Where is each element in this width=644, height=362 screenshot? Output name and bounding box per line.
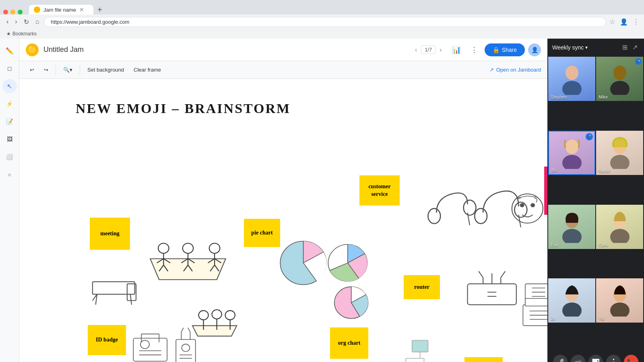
svg-point-132	[562, 155, 582, 169]
participant-bri: Bri 🎤	[548, 131, 595, 175]
image-tool[interactable]: 🖼	[2, 132, 17, 146]
camera-button[interactable]: 📹	[571, 355, 585, 362]
present-button[interactable]: 📊	[588, 355, 603, 362]
call-controls: 🎤 📹 📊 ⋮ 📞	[547, 352, 644, 362]
call-popout-button[interactable]: ↗	[631, 42, 639, 53]
undo-button[interactable]: ↩	[26, 64, 38, 75]
svg-rect-126	[525, 298, 547, 306]
svg-point-72	[140, 340, 149, 349]
participant-sarah: Sarah	[596, 131, 643, 175]
svg-point-22	[225, 311, 235, 320]
svg-marker-19	[192, 326, 237, 336]
right-panel: Weekly sync ▾ ⊞ ↗ Stephen	[547, 39, 644, 362]
frame-nav: ‹ 1/7 ›	[413, 45, 444, 55]
svg-point-39	[531, 204, 535, 207]
svg-point-1	[158, 243, 169, 253]
tab-close-icon[interactable]: ✕	[79, 6, 84, 13]
svg-point-138	[610, 229, 630, 243]
sticky-note-sticky-note[interactable]: sticky note	[464, 357, 503, 362]
app-container: ✏️ ◻ ↖ ⚡ 📝 🖼 ⬜ ○ 🟡 Untitled Jam ‹ 1/7 › …	[0, 39, 644, 362]
extensions-icon[interactable]: ⋮	[633, 18, 639, 26]
svg-rect-69	[133, 338, 167, 361]
mic-button[interactable]: 🎤	[553, 355, 568, 362]
participant-mike: Mike 🎤	[596, 57, 643, 101]
svg-line-36	[518, 215, 521, 227]
participant-cara-name: Cara	[599, 243, 608, 247]
bookmark-star-icon[interactable]: ☆	[609, 18, 615, 26]
forward-button[interactable]: ›	[13, 16, 19, 27]
svg-line-6	[163, 259, 170, 263]
close-btn[interactable]	[3, 10, 8, 14]
share-button[interactable]: 🔒 Share	[485, 43, 525, 56]
sticky-tool[interactable]: 📝	[2, 114, 17, 129]
reload-button[interactable]: ↻	[22, 16, 31, 27]
bookmarks-label: Bookmarks	[12, 31, 37, 37]
canvas-area[interactable]: NEW EMOJI – BRAINSTORM meeting pie chart…	[19, 79, 547, 362]
participant-jo: Jo	[548, 278, 595, 323]
svg-line-18	[215, 259, 221, 263]
svg-rect-55	[468, 284, 516, 305]
tab-favicon	[34, 6, 40, 13]
chevron-down-icon: ▾	[585, 45, 588, 50]
back-button[interactable]: ‹	[5, 16, 10, 27]
address-bar[interactable]	[44, 17, 606, 27]
prev-frame-button[interactable]: ‹	[413, 45, 419, 55]
svg-line-40	[516, 196, 528, 198]
svg-line-48	[348, 254, 365, 263]
next-frame-button[interactable]: ›	[437, 45, 444, 55]
present-button[interactable]: 📊	[449, 43, 464, 57]
browser-tab[interactable]: Jam file name ✕	[29, 5, 93, 14]
set-background-button[interactable]: Set background	[83, 64, 128, 75]
select-tool[interactable]: ↖	[2, 79, 17, 93]
svg-marker-0	[150, 259, 225, 280]
svg-line-50	[330, 263, 348, 271]
svg-line-33	[468, 213, 470, 225]
sticky-note-id-badge[interactable]: ID badge	[88, 325, 126, 355]
eraser-tool[interactable]: ◻	[2, 61, 17, 76]
svg-point-51	[334, 287, 368, 319]
svg-line-5	[157, 259, 164, 263]
svg-line-12	[188, 259, 195, 263]
more-options-button[interactable]: ⋮	[467, 43, 481, 57]
svg-line-54	[351, 302, 360, 316]
more-button[interactable]: ⋮	[606, 355, 621, 362]
zoom-button[interactable]: 🔍▾	[59, 64, 76, 75]
clear-frame-button[interactable]: Clear frame	[130, 64, 165, 75]
home-button[interactable]: ⌂	[34, 16, 41, 27]
circle-tool[interactable]: ○	[2, 167, 17, 182]
svg-line-28	[130, 294, 132, 305]
participant-yoi: Yoi	[596, 278, 643, 323]
secondary-toolbar: ↩ ↪ 🔍▾ Set background Clear frame ↗ Open…	[19, 61, 547, 79]
sticky-note-router[interactable]: router	[404, 275, 440, 299]
svg-line-60	[501, 271, 505, 278]
participant-stephen: Stephen	[548, 57, 595, 101]
top-actions: 📊 ⋮ 🔒 Share 👤	[449, 43, 541, 57]
svg-point-46	[328, 245, 367, 282]
end-call-button[interactable]: 📞	[624, 355, 638, 362]
profile-icon[interactable]: 👤	[620, 18, 628, 26]
svg-line-80	[188, 328, 190, 332]
sticky-note-pie-chart[interactable]: pie chart	[244, 219, 280, 247]
minimize-btn[interactable]	[10, 10, 15, 14]
sticky-note-meeting[interactable]: meeting	[90, 218, 130, 250]
call-header: Weekly sync ▾ ⊞ ↗	[547, 39, 644, 56]
sticky-note-org-chart[interactable]: org chart	[330, 327, 368, 359]
main-area: 🟡 Untitled Jam ‹ 1/7 › 📊 ⋮ 🔒 Share 👤 ↩ ↪	[19, 39, 547, 362]
svg-line-17	[208, 259, 215, 263]
sticky-note-customer-service[interactable]: customer service	[359, 175, 400, 206]
svg-point-131	[566, 140, 578, 154]
share-label: Share	[502, 47, 517, 53]
open-jamboard-button[interactable]: ↗ Open on Jamboard	[489, 67, 541, 73]
maximize-btn[interactable]	[18, 10, 23, 14]
laser-tool[interactable]: ⚡	[2, 97, 17, 111]
redo-button[interactable]: ↪	[40, 64, 52, 75]
pen-tool[interactable]: ✏️	[2, 43, 17, 58]
user-avatar[interactable]: 👤	[528, 43, 541, 56]
call-layout-button[interactable]: ⊞	[621, 42, 629, 53]
svg-point-7	[183, 243, 193, 253]
svg-point-130	[610, 81, 630, 95]
call-title-dropdown[interactable]: Weekly sync ▾	[552, 44, 588, 51]
svg-line-4	[163, 265, 168, 272]
new-tab-button[interactable]: +	[94, 5, 105, 14]
shape-tool[interactable]: ⬜	[2, 150, 17, 164]
